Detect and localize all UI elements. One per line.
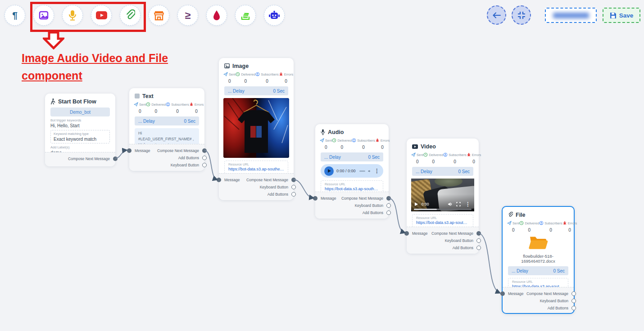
output-port-compose[interactable] bbox=[386, 196, 391, 201]
output-port-keyboard-button[interactable] bbox=[291, 185, 296, 189]
play-button[interactable] bbox=[324, 166, 334, 176]
paperclip-node-icon bbox=[508, 212, 513, 218]
audio-menu-icon[interactable]: ⋮ bbox=[374, 168, 380, 174]
node-title: Image bbox=[232, 63, 249, 69]
delivered-icon bbox=[146, 102, 150, 107]
input-port-message[interactable] bbox=[313, 196, 317, 201]
gte-icon: ≥ bbox=[185, 9, 191, 22]
drip-component-button[interactable] bbox=[206, 5, 227, 26]
video-node-icon bbox=[412, 144, 418, 149]
port-add-buttons: Add Buttons bbox=[178, 156, 199, 160]
errors-icon bbox=[189, 102, 194, 107]
delay-value: 0 Sec bbox=[553, 268, 565, 273]
ai-component-button[interactable] bbox=[264, 5, 285, 26]
stat-errors: Errors 0 bbox=[467, 152, 481, 164]
output-port-add-buttons[interactable] bbox=[386, 210, 391, 215]
node-image[interactable]: Image Sent 0 Delivered 0 Subscribers 0 E… bbox=[219, 58, 294, 200]
subscribers-icon bbox=[166, 102, 170, 107]
resource-url-link[interactable]: https://bot-data.s3.ap-southeast-1.wasab… bbox=[325, 187, 379, 191]
input-port-message[interactable] bbox=[500, 291, 505, 296]
port-message: Message bbox=[508, 291, 524, 296]
output-port-compose[interactable] bbox=[202, 148, 207, 153]
stat-sent: Sent 0 bbox=[223, 72, 236, 84]
delay-control[interactable]: ... Delay 0 Sec bbox=[135, 116, 199, 125]
port-message: Message bbox=[224, 178, 240, 182]
node-header: Text bbox=[129, 88, 204, 99]
ecommerce-component-button[interactable] bbox=[149, 5, 169, 26]
node-footer: Compose Next Message bbox=[45, 152, 115, 166]
node-video[interactable]: Video Sent 0 Delivered 0 Subscribers 0 E… bbox=[407, 139, 479, 254]
resource-url-label: Resource URL bbox=[512, 280, 564, 283]
resource-url-link[interactable]: https://bot-data.s3.ap-southeast-1.wasab… bbox=[228, 167, 284, 171]
bot-name-button[interactable]: Demo_bot bbox=[50, 107, 110, 116]
resource-url-link[interactable]: https://bot-data.s3.ap-southeast-1.wasab… bbox=[416, 220, 469, 225]
flow-canvas[interactable]: ¶ ≥ bbox=[0, 0, 644, 331]
node-audio[interactable]: Audio Sent 0 Delivered 0 Subscribers 0 E… bbox=[315, 124, 389, 219]
delay-control[interactable]: ... Delay 0 Sec bbox=[224, 86, 288, 95]
compress-button[interactable] bbox=[512, 5, 531, 25]
output-port-keyboard-button[interactable] bbox=[386, 203, 391, 208]
port-add-buttons: Add Buttons bbox=[453, 246, 473, 250]
video-progress-bar[interactable] bbox=[414, 209, 472, 210]
output-port-keyboard-button[interactable] bbox=[476, 238, 481, 243]
obscured-action-button[interactable] bbox=[545, 8, 597, 23]
resource-url-label: Resource URL bbox=[228, 163, 284, 166]
audio-player[interactable]: 0:00 / 0:00 ⋮ bbox=[321, 164, 383, 178]
fullscreen-icon[interactable] bbox=[456, 202, 461, 206]
node-text[interactable]: Text Sent 0 Delivered 0 Subscribers 0 Er… bbox=[129, 88, 204, 171]
field-label: Bot trigger keywords bbox=[50, 118, 110, 122]
field-value[interactable]: Hi, Hello, Start bbox=[50, 123, 110, 128]
output-port-add-buttons[interactable] bbox=[476, 246, 481, 250]
field-value[interactable]: Exact keyword match bbox=[54, 137, 107, 142]
node-footer: Message Compose Next Message Keyboard Bu… bbox=[315, 192, 389, 219]
output-port-keyboard-button[interactable] bbox=[571, 299, 576, 303]
output-port-keyboard-button[interactable] bbox=[202, 163, 207, 167]
node-footer: Message Compose Next Message Keyboard Bu… bbox=[503, 287, 574, 313]
sequence-component-button[interactable] bbox=[235, 5, 256, 26]
node-start-bot-flow[interactable]: Start Bot Flow Demo_bot Bot trigger keyw… bbox=[45, 94, 115, 166]
audio-progress[interactable] bbox=[359, 170, 365, 172]
delivered-icon bbox=[519, 221, 524, 225]
condition-component-button[interactable]: ≥ bbox=[177, 5, 198, 26]
play-icon[interactable] bbox=[415, 202, 418, 206]
volume-icon[interactable] bbox=[448, 202, 453, 206]
field-trigger-keywords[interactable]: Bot trigger keywords Hi, Hello, Start bbox=[50, 118, 110, 128]
port-compose-next-message: Compose Next Message bbox=[68, 157, 110, 161]
subscribers-icon bbox=[352, 138, 356, 143]
input-port-message[interactable] bbox=[404, 231, 409, 236]
wire-image-to-audio bbox=[294, 179, 313, 198]
save-button[interactable]: Save bbox=[603, 8, 640, 23]
output-port-add-buttons[interactable] bbox=[571, 306, 576, 310]
node-footer: Message Compose Next Message Add Buttons… bbox=[129, 144, 204, 171]
video-menu-icon[interactable]: ⋮ bbox=[465, 201, 471, 207]
output-port-compose[interactable] bbox=[113, 157, 118, 161]
output-port-compose[interactable] bbox=[291, 178, 296, 182]
node-title: Text bbox=[142, 93, 154, 99]
delay-label: ... Delay bbox=[416, 169, 432, 174]
output-port-add-buttons[interactable] bbox=[291, 192, 296, 197]
input-port-message[interactable] bbox=[127, 148, 132, 153]
port-keyboard-button: Keyboard Button bbox=[260, 185, 288, 189]
annotation-rectangle bbox=[30, 2, 146, 32]
output-port-compose[interactable] bbox=[476, 231, 481, 236]
input-port-message[interactable] bbox=[217, 178, 221, 182]
port-compose-next-message: Compose Next Message bbox=[157, 148, 199, 153]
node-file[interactable]: File Sent 0 Delivered 0 Subscribers 0 Er… bbox=[502, 206, 575, 314]
output-port-add-buttons[interactable] bbox=[202, 156, 207, 160]
delay-control[interactable]: ... Delay 0 Sec bbox=[321, 152, 383, 161]
delivered-icon bbox=[423, 152, 428, 157]
text-component-button[interactable]: ¶ bbox=[5, 5, 25, 26]
back-button[interactable] bbox=[487, 5, 506, 25]
volume-icon[interactable] bbox=[368, 169, 371, 174]
output-port-compose[interactable] bbox=[571, 291, 576, 296]
delay-control[interactable]: ... Delay 0 Sec bbox=[508, 266, 568, 275]
video-player[interactable]: 0:00 ⋮ bbox=[411, 179, 474, 211]
node-header: Audio bbox=[315, 124, 389, 135]
stat-errors: Errors 0 bbox=[375, 138, 390, 150]
delay-control[interactable]: ... Delay 0 Sec bbox=[412, 167, 473, 176]
field-keyword-matching[interactable]: Keyword matching type Exact keyword matc… bbox=[50, 130, 110, 143]
node-header: Image bbox=[219, 58, 294, 69]
wire-audio-to-video bbox=[389, 198, 404, 233]
port-keyboard-button: Keyboard Button bbox=[445, 238, 473, 243]
node-header: File bbox=[503, 207, 574, 218]
